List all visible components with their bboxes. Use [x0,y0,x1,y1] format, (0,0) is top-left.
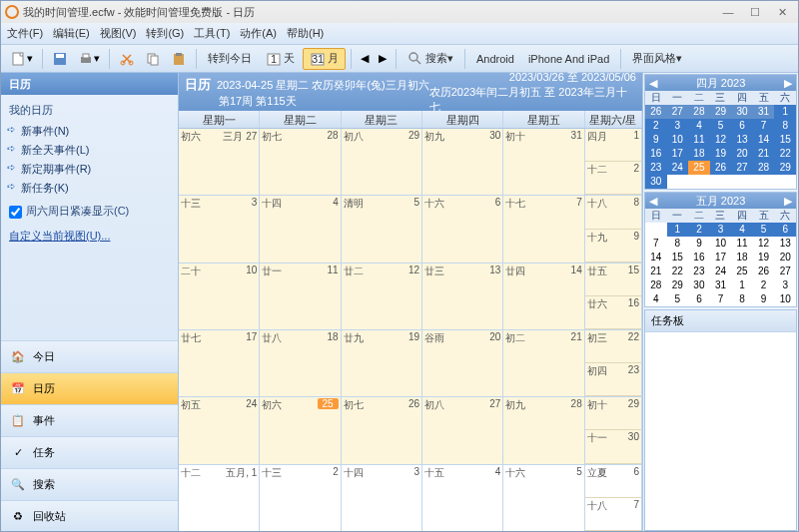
day-cell[interactable]: 初十31 [503,129,584,195]
mini-day[interactable] [688,175,710,189]
nav-recycle[interactable]: ♻回收站 [1,500,178,532]
mini-day[interactable]: 26 [753,265,775,278]
weekend-cell[interactable]: 四月1 [585,129,641,162]
mini-day[interactable]: 5 [753,223,775,237]
goto-today-button[interactable]: 转到今日 [202,48,258,70]
print-button[interactable]: ▾ [74,48,104,70]
mini-day[interactable]: 14 [645,251,667,265]
menu-help[interactable]: 帮助(H) [287,26,324,41]
weekend-cell[interactable]: 十八7 [585,498,641,531]
mini-day[interactable]: 5 [667,292,689,306]
mini-day[interactable]: 31 [710,278,732,292]
mini-day[interactable]: 24 [710,265,732,278]
weekend-cell[interactable]: 廿五15 [585,264,641,296]
mini-day[interactable]: 13 [731,133,753,147]
mini-day[interactable]: 1 [731,278,753,292]
mini-day[interactable]: 20 [731,147,753,161]
new-task-link[interactable]: 新任务(K) [7,179,172,198]
mini-day[interactable]: 3 [710,223,732,237]
mini-day[interactable]: 29 [667,278,689,292]
mini-day[interactable]: 2 [645,119,667,133]
mini-day[interactable]: 27 [774,265,796,278]
mini-day[interactable]: 11 [688,133,710,147]
mini-day[interactable]: 13 [774,237,796,251]
weekend-cell[interactable]: 初十29 [585,397,641,430]
mini-day[interactable]: 18 [688,147,710,161]
calendar-grid[interactable]: 初六三月 27初七28初八29初九30初十31四月1十二2十三3十四4清明5十六… [179,129,642,532]
mini-day[interactable]: 28 [645,278,667,292]
ios-button[interactable]: iPhone And iPad [522,48,615,70]
mini-day[interactable]: 31 [753,105,775,119]
new-recurring-link[interactable]: 新定期事件(R) [7,160,172,179]
mini-day[interactable] [753,175,775,189]
nav-calendar[interactable]: 📅日历 [1,372,178,404]
mini-day[interactable]: 17 [667,147,689,161]
day-cell[interactable]: 十三3 [179,196,260,262]
mini-day[interactable]: 7 [753,119,775,133]
day-cell[interactable]: 初九30 [422,129,503,195]
mini-day[interactable]: 5 [710,119,732,133]
mini-day[interactable]: 29 [710,105,732,119]
day-cell[interactable]: 廿四14 [503,264,584,329]
weekend-cell[interactable]: 初三22 [585,330,641,363]
next-month-icon[interactable]: ▶ [784,193,792,209]
nav-events[interactable]: 📋事件 [1,404,178,436]
mini-day[interactable]: 16 [688,251,710,265]
menu-goto[interactable]: 转到(G) [146,26,184,41]
day-cell[interactable]: 清明5 [342,196,422,262]
paste-button[interactable] [167,48,191,70]
mini-day[interactable]: 19 [753,251,775,265]
mini-day[interactable]: 27 [731,161,753,175]
weekend-cell[interactable]: 十一30 [585,430,641,463]
mini-day[interactable]: 22 [667,265,689,278]
copy-button[interactable] [141,48,165,70]
day-cell[interactable]: 十六6 [422,196,503,262]
mini-day[interactable]: 24 [667,161,689,175]
weekend-cell[interactable]: 廿六16 [585,296,641,329]
new-button[interactable]: ▾ [7,48,37,70]
next-button[interactable]: ▶ [375,48,391,70]
mini-day[interactable]: 26 [645,105,667,119]
mini-day[interactable]: 10 [667,133,689,147]
mini-day[interactable] [645,223,667,237]
minimize-button[interactable]: — [716,6,740,18]
menu-tools[interactable]: 工具(T) [194,26,230,41]
mini-day[interactable]: 14 [753,133,775,147]
search-button[interactable]: 搜索▾ [401,48,459,70]
mini-day[interactable]: 3 [774,278,796,292]
day-cell[interactable]: 初九28 [503,397,584,463]
prev-month-icon[interactable]: ◀ [649,75,657,91]
mini-day[interactable]: 11 [731,237,753,251]
mini-day[interactable]: 30 [688,278,710,292]
new-allday-link[interactable]: 新全天事件(L) [7,141,172,160]
day-cell[interactable]: 十四3 [342,465,422,531]
weekend-cell[interactable]: 立夏6 [585,465,641,498]
cut-button[interactable] [115,48,139,70]
day-cell[interactable]: 十四4 [260,196,341,262]
mini-day[interactable]: 30 [645,175,667,189]
day-cell[interactable]: 初八29 [342,129,422,195]
weekend-cell[interactable]: 十二2 [585,162,641,195]
day-cell[interactable]: 廿二12 [342,264,422,329]
day-cell[interactable]: 初七26 [342,397,422,463]
mini-day[interactable]: 20 [774,251,796,265]
mini-day[interactable]: 29 [774,161,796,175]
weekend-cell[interactable]: 十八8 [585,196,641,229]
day-cell[interactable]: 廿八18 [260,330,341,396]
day-cell[interactable]: 十五4 [422,465,503,531]
mini-day[interactable] [731,175,753,189]
mini-day[interactable]: 17 [710,251,732,265]
mini-day[interactable]: 25 [731,265,753,278]
day-cell[interactable]: 廿七17 [179,330,260,396]
mini-day[interactable]: 10 [774,292,796,306]
mini-day[interactable]: 2 [753,278,775,292]
compact-checkbox-input[interactable] [9,206,22,219]
mini-day[interactable] [774,175,796,189]
mini-day[interactable]: 8 [774,119,796,133]
mini-day[interactable]: 12 [710,133,732,147]
day-cell[interactable]: 二十10 [179,264,260,329]
maximize-button[interactable]: ☐ [743,6,767,19]
mini-day[interactable]: 1 [774,105,796,119]
nav-today[interactable]: 🏠今日 [1,340,178,372]
day-cell[interactable]: 廿九19 [342,330,422,396]
